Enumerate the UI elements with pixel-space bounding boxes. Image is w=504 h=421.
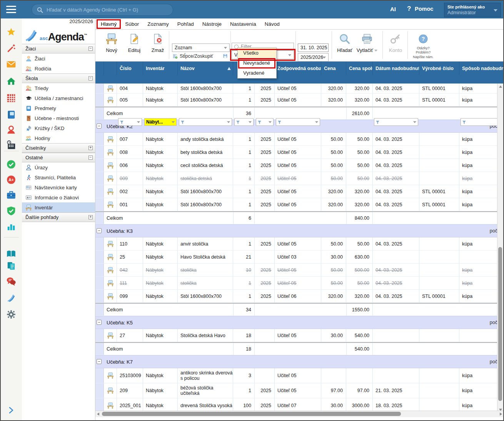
column-header-indent[interactable]	[95, 62, 104, 75]
chat-icon[interactable]	[6, 276, 17, 287]
vertical-scroll-thumb[interactable]	[498, 247, 502, 401]
collapse-box-icon[interactable]: −	[88, 155, 93, 160]
column-header-sposob[interactable]: Spôsob nadobudnutia	[459, 62, 504, 75]
person-icon[interactable]	[6, 125, 17, 135]
sidebar-section-Ďalšie pohľady[interactable]: Ďalšie pohľady+	[22, 212, 95, 222]
delete-button[interactable]: Zmaž	[147, 32, 169, 53]
menu-Nástroje[interactable]: Nástroje	[198, 20, 226, 28]
global-search-input[interactable]: Hľadať v dátach Agendy Online (Ctrl + G)	[32, 4, 173, 16]
pages-icon[interactable]	[6, 261, 17, 271]
sidebar-item-Inventár[interactable]: Inventár	[22, 202, 95, 212]
pen-icon[interactable]	[6, 292, 17, 303]
collapse-group-icon[interactable]: −	[97, 359, 102, 364]
check-circle-icon[interactable]	[6, 159, 17, 170]
sidebar-item-Stravníci, Platitelia[interactable]: Stravníci, Platitelia	[22, 172, 95, 182]
columns-group-button[interactable]: Stĺpce/Zoskupiť	[173, 53, 213, 59]
table-row[interactable]: 005NábytokStôl 1600x800x70012025Učiteľ 0…	[95, 94, 504, 107]
column-header-spolu[interactable]: Cena spolu	[346, 62, 373, 75]
help-button[interactable]: Pomoc	[415, 6, 433, 12]
sidebar-item-Rodičia[interactable]: Rodičia	[22, 63, 95, 74]
column-header-inventar[interactable]: Inventár	[143, 62, 178, 75]
sidebar-item-Predmety[interactable]: Predmety	[22, 103, 95, 113]
library-icon[interactable]	[6, 249, 17, 259]
dropdown-option-Všetko[interactable]: Všetko	[238, 48, 276, 58]
scroll-up-button[interactable]	[497, 84, 503, 89]
table-row[interactable]: 111Nábytokstolička12025Učiteľ 0550.0050.…	[95, 277, 504, 290]
table-row[interactable]: 099NábytokStôl 1600x800x70012025Učiteľ 0…	[95, 290, 504, 303]
filter-inventar[interactable]: Nábyt...	[144, 118, 177, 126]
scroll-right-button[interactable]	[498, 411, 504, 417]
date-field[interactable]: 31. 10. 2025	[298, 43, 329, 52]
filter-datum[interactable]	[374, 118, 418, 126]
search-button[interactable]: Hľadať	[334, 32, 356, 53]
horizontal-scrollbar[interactable]	[95, 411, 504, 417]
scroll-left-button[interactable]	[95, 411, 101, 417]
column-header-cislo[interactable]: Číslo	[117, 62, 143, 75]
horizontal-scroll-thumb[interactable]	[102, 412, 401, 416]
collapse-group-icon[interactable]: −	[97, 124, 102, 129]
bar-chart-icon[interactable]	[6, 222, 17, 232]
calendar-clock-icon[interactable]	[6, 140, 17, 150]
sidebar-item-Informácie o žiakovi[interactable]: AInformácie o žiakovi	[22, 192, 95, 202]
ai-button[interactable]: AI	[390, 6, 396, 12]
collapse-group-icon[interactable]: −	[97, 228, 102, 233]
column-header-cena[interactable]: Cena	[321, 62, 346, 75]
table-row[interactable]: 009Nábytokstolička detská12025Učiteľ 055…	[95, 172, 504, 185]
home-icon[interactable]	[6, 76, 17, 87]
menu-Zoznamy[interactable]: Zoznamy	[143, 20, 173, 28]
group-row[interactable]: −Učebňa: K3poč	[95, 224, 504, 237]
table-row[interactable]: 008Nábytokbety stolička detská12025Učite…	[95, 146, 504, 159]
menu-Súbor[interactable]: Súbor	[121, 20, 143, 28]
sidebar-section-Žiaci[interactable]: Žiaci−	[22, 44, 95, 53]
collapse-box-icon[interactable]: −	[88, 47, 93, 51]
new-button[interactable]: Nový	[100, 32, 123, 53]
sidebar-item-Triedy[interactable]: Triedy	[22, 83, 95, 93]
grade-icon[interactable]: A+	[6, 175, 17, 185]
sidebar-item-Hodiny[interactable]: Hodiny	[22, 133, 95, 143]
table-row[interactable]: 27NábytokStolička detská Havo18Učiteľ 05…	[95, 329, 504, 342]
chevron-right-icon[interactable]	[6, 406, 17, 416]
save-icon[interactable]	[223, 53, 228, 58]
filter-rok[interactable]	[256, 118, 274, 126]
sidebar-item-Úrazy[interactable]: Úrazy	[22, 162, 95, 172]
collapse-group-icon[interactable]: −	[97, 320, 102, 325]
year-select[interactable]: 2025/2026	[298, 53, 329, 62]
vertical-scrollbar[interactable]	[497, 84, 503, 413]
sidebar-section-Ostatné[interactable]: Ostatné−	[22, 153, 95, 162]
menu-Návod[interactable]: Návod	[260, 20, 284, 28]
table-row[interactable]: 007Nábytokandy stolička detská12025Učite…	[95, 133, 504, 146]
table-row[interactable]: 110Nábytokanvir stolička12025Učiteľ 0550…	[95, 237, 504, 251]
mail-icon[interactable]	[6, 59, 17, 70]
expand-box-icon[interactable]: +	[88, 146, 93, 150]
table-row[interactable]: 006Nábytokcecil stolička detská12025Učit…	[95, 159, 504, 172]
filter-nazov[interactable]	[179, 118, 232, 126]
view-select[interactable]: Zoznam	[172, 43, 230, 52]
star-icon[interactable]	[6, 27, 17, 37]
magic-wand-icon[interactable]	[6, 43, 17, 53]
table-row[interactable]: 004NábytokStôl 1600x800x70012025Učiteľ 0…	[95, 84, 504, 94]
column-header-nazov[interactable]: Názov	[178, 62, 233, 75]
filter-sposob[interactable]	[461, 118, 502, 126]
group-row[interactable]: −Učebňa: K5poč	[95, 316, 504, 329]
table-row[interactable]: 042Nábytokstolička102025Učiteľ 0550.0050…	[95, 264, 504, 277]
table-row[interactable]: 25NábytokHavo Stolička detská21Učiteľ 03…	[95, 251, 504, 264]
column-header-osoba[interactable]: Zodpovedná osoba	[275, 62, 321, 75]
briefcase-icon[interactable]	[6, 190, 17, 200]
filter-osoba[interactable]	[276, 118, 320, 126]
dropdown-option-Nevyradené[interactable]: Nevyradené	[238, 58, 276, 68]
sidebar-item-Učebne - miestnosti[interactable]: Učebne - miestnosti	[22, 113, 95, 123]
table-row[interactable]: 001NábytokStôl 1600x800x70012025Učiteľ 0…	[95, 198, 504, 211]
hamburger-menu-icon[interactable]	[6, 6, 16, 13]
filter-pocet[interactable]	[234, 118, 254, 126]
sidebar-section-Číselníky[interactable]: Číselníky+	[22, 143, 95, 153]
group-row[interactable]: −Učebňa: K7poč	[95, 355, 504, 368]
filter-cislo[interactable]	[118, 118, 142, 126]
help-question-icon[interactable]: ?	[407, 5, 411, 13]
logged-in-user-dropdown[interactable]: Ste prihlásený ako Administrátor	[444, 3, 501, 17]
collapse-box-icon[interactable]: −	[88, 76, 93, 80]
account-button[interactable]: Konto	[384, 32, 407, 53]
dropdown-option-Vyradené[interactable]: Vyradené	[238, 68, 276, 78]
table-row[interactable]: 002NábytokStôl 1600x800x70012025Učiteľ 0…	[95, 185, 504, 198]
shield-icon[interactable]	[6, 206, 17, 216]
expand-box-icon[interactable]: +	[88, 215, 93, 219]
